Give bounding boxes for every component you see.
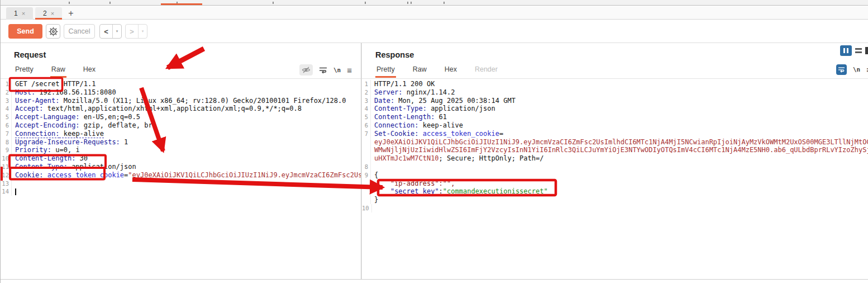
editor-line[interactable]: 4Accept: text/html,application/xhtml+xml… — [1, 105, 361, 113]
line-number: 1 — [1, 80, 12, 88]
history-back-button[interactable]: < ▾ — [99, 24, 122, 39]
response-panel: Response Pretty Raw Hex Render \n ≡ 1HT — [361, 43, 868, 279]
editor-line[interactable]: 12Cookie: access_token_cookie="eyJ0eXAiO… — [1, 171, 361, 180]
pause-icon[interactable] — [840, 45, 852, 56]
editor-line[interactable]: 11Content-Type: application/json — [1, 163, 361, 171]
repeater-tab-1[interactable]: 1 × — [6, 7, 33, 20]
response-tab-raw[interactable]: Raw — [412, 65, 428, 78]
forward-arrow-icon[interactable]: > — [126, 25, 139, 38]
chevron-down-icon[interactable]: ▾ — [139, 25, 147, 38]
editor-line[interactable]: "secret_key":"commandexecutionissecret" — [362, 187, 868, 196]
line-content: Accept-Encoding: gzip, deflate, br — [12, 121, 152, 130]
editor-line[interactable]: 8 — [362, 163, 868, 171]
line-number — [362, 146, 371, 154]
response-tab-hex[interactable]: Hex — [443, 65, 458, 78]
tab-text-remnant — [273, 2, 274, 4]
line-number: 2 — [1, 88, 12, 97]
response-tab-pretty[interactable]: Pretty — [375, 65, 396, 78]
line-number: 4 — [1, 105, 12, 113]
cancel-button[interactable]: Cancel — [64, 24, 95, 39]
main-tab-strip[interactable] — [1, 0, 868, 6]
editor-line[interactable]: 7Connection: keep-alive — [1, 130, 361, 138]
history-forward-button[interactable]: > ▾ — [125, 24, 147, 39]
add-tab-button[interactable]: + — [65, 8, 77, 19]
response-editor[interactable]: 1HTTP/1.1 200 OK2Server: nginx/1.14.23Da… — [362, 78, 868, 279]
line-number: 2 — [362, 88, 371, 97]
line-content: HTTP/1.1 200 OK — [371, 80, 435, 88]
layout-square-icon[interactable] — [865, 47, 868, 54]
eye-slash-icon[interactable] — [299, 64, 313, 76]
chevron-down-icon[interactable]: ▾ — [113, 25, 121, 38]
editor-line[interactable]: 5Accept-Language: en-US,en;q=0.5 — [1, 113, 361, 121]
close-icon[interactable]: × — [51, 10, 54, 17]
request-tab-raw[interactable]: Raw — [50, 65, 66, 78]
close-icon[interactable]: × — [22, 10, 25, 17]
line-content: Cookie: access_token_cookie="eyJ0eXAiOiJ… — [12, 171, 361, 180]
line-number — [362, 196, 371, 204]
editor-line[interactable]: WMwNjljNjUzIiwidHlwZSI6ImFjY2VzcyIsInN1Y… — [362, 146, 868, 154]
editor-line[interactable]: 3User-Agent: Mozilla/5.0 (X11; Linux x86… — [1, 97, 361, 105]
editor-line[interactable]: 9Priority: u=0, i — [1, 146, 361, 154]
back-arrow-icon[interactable]: < — [100, 25, 113, 38]
line-number: 9 — [1, 146, 12, 154]
line-number — [362, 180, 371, 188]
line-number: 6 — [1, 121, 12, 130]
request-tab-pretty[interactable]: Pretty — [14, 65, 35, 78]
line-number: 5 — [362, 113, 371, 121]
repeater-tab-2[interactable]: 2 × — [35, 7, 62, 20]
editor-line[interactable]: 3Date: Mon, 25 Aug 2025 00:38:14 GMT — [362, 97, 868, 105]
editor-line[interactable]: 5Content-Length: 61 — [362, 113, 868, 121]
layout-controls — [840, 45, 868, 56]
line-number: 11 — [1, 163, 12, 171]
line-content: Date: Mon, 25 Aug 2025 00:38:14 GMT — [371, 97, 516, 105]
editor-line[interactable]: 4Content-Type: application/json — [362, 105, 868, 113]
line-content: Server: nginx/1.14.2 — [371, 88, 455, 97]
word-wrap-icon[interactable] — [319, 67, 327, 74]
editor-line[interactable]: 1GET /secret HTTP/1.1 — [1, 80, 361, 88]
menu-icon[interactable]: ≡ — [347, 65, 352, 75]
editor-line[interactable]: 1HTTP/1.1 200 OK — [362, 80, 868, 88]
editor-line[interactable]: 7Set-Cookie: access_token_cookie= — [362, 130, 868, 138]
editor-line[interactable]: } — [362, 196, 868, 204]
editor-line[interactable]: 6Accept-Encoding: gzip, deflate, br — [1, 121, 361, 130]
editor-line[interactable]: 10Content-Length: 30 — [1, 154, 361, 163]
editor-line[interactable]: 14 — [1, 187, 361, 196]
tab-text-remnant — [411, 2, 412, 4]
line-number: 10 — [362, 204, 372, 213]
line-content: Accept-Language: en-US,en;q=0.5 — [12, 113, 140, 121]
tab-text-remnant — [407, 2, 408, 4]
line-number: 5 — [1, 113, 12, 121]
editor-line[interactable]: 9{ — [362, 171, 868, 180]
editor-line[interactable]: 10 — [362, 204, 868, 213]
line-content — [372, 204, 375, 213]
line-content — [12, 187, 16, 196]
request-editor[interactable]: 1GET /secret HTTP/1.12Host: 192.168.56.1… — [1, 78, 361, 279]
editor-line[interactable]: "ip-address":"", — [362, 180, 868, 188]
newline-icon[interactable]: \n — [333, 67, 341, 74]
active-main-tab-underline — [161, 3, 202, 5]
editor-line[interactable]: 2Server: nginx/1.14.2 — [362, 88, 868, 97]
layout-rows-icon[interactable] — [855, 48, 862, 53]
editor-line[interactable]: eyJ0eXAiOiJKV1QiLCJhbGciOiJIUzI1NiJ9.eyJ… — [362, 138, 868, 147]
line-content: eyJ0eXAiOiJKV1QiLCJhbGciOiJIUzI1NiJ9.eyJ… — [371, 138, 868, 147]
request-tab-hex[interactable]: Hex — [82, 65, 97, 78]
send-button[interactable]: Send — [8, 24, 42, 39]
line-number: 7 — [362, 130, 371, 138]
message-panels: Request Pretty Raw Hex — [1, 43, 868, 280]
editor-line[interactable]: uHXTmJc1wM7CtN10; Secure; HttpOnly; Path… — [362, 154, 868, 163]
line-number: 13 — [1, 180, 12, 188]
line-content: Connection: keep-alive — [12, 130, 104, 138]
response-tab-render: Render — [474, 65, 499, 78]
editor-line[interactable]: 13 — [1, 180, 361, 188]
line-content: Set-Cookie: access_token_cookie= — [371, 130, 503, 138]
editor-line[interactable]: 8Upgrade-Insecure-Requests: 1 — [1, 138, 361, 147]
send-settings-button[interactable] — [46, 24, 60, 39]
newline-icon[interactable]: \n — [853, 66, 860, 73]
response-editor-icons: \n ≡ — [836, 64, 868, 75]
text-cursor — [15, 188, 16, 195]
line-number: 6 — [362, 121, 371, 130]
line-content: { — [371, 171, 378, 180]
editor-line[interactable]: 2Host: 192.168.56.115:8080 — [1, 88, 361, 97]
editor-line[interactable]: 6Connection: keep-alive — [362, 121, 868, 130]
word-wrap-icon[interactable] — [836, 64, 847, 75]
